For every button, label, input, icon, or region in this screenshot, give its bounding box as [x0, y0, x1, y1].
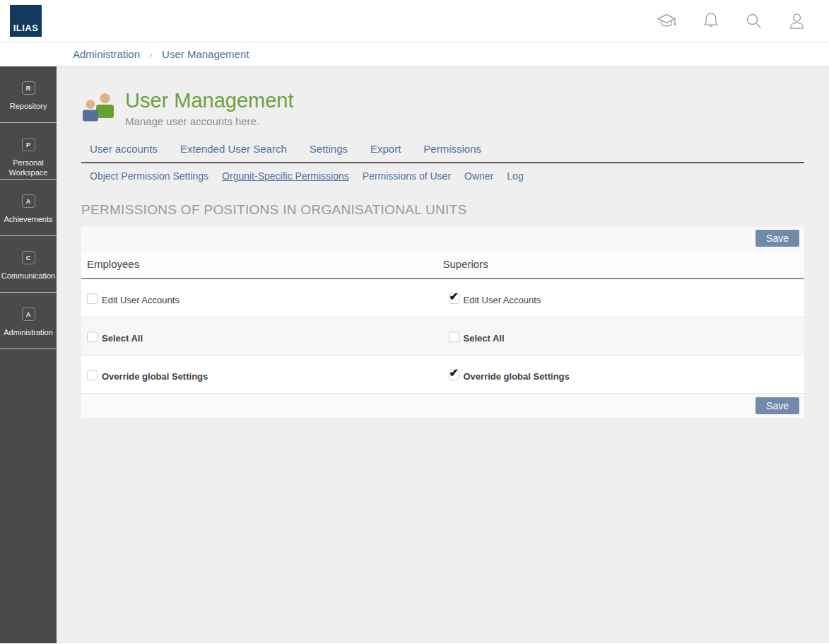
section-title: PERMISSIONS OF POSITIONS IN ORGANISATION… [81, 202, 804, 218]
table-row: Override global Settings Override global… [81, 356, 804, 394]
checkbox-superiors-override-global-settings[interactable] [449, 370, 459, 380]
save-button-top[interactable]: Save [755, 230, 799, 247]
page-title: User Management [125, 89, 294, 112]
subtab-log[interactable]: Log [507, 170, 523, 182]
checkbox-superiors-edit-user-accounts[interactable] [449, 293, 459, 304]
column-header-superiors: Superiors [443, 258, 799, 270]
page-header: User Management Manage user accounts her… [81, 89, 804, 127]
breadcrumb-administration[interactable]: Administration [73, 48, 140, 60]
tab-bar: User accounts Extended User Search Setti… [81, 143, 804, 163]
checkbox-employees-override-global-settings[interactable] [87, 370, 98, 380]
sidebar-item-administration[interactable]: A Administration [0, 293, 57, 349]
administration-icon: A [22, 308, 35, 321]
breadcrumb: Administration › User Management [0, 42, 829, 66]
tab-settings[interactable]: Settings [310, 143, 348, 155]
sidebar-item-label: Achievements [2, 214, 54, 224]
table-toolbar-bottom: Save [81, 394, 804, 418]
tab-extended-user-search[interactable]: Extended User Search [180, 143, 287, 155]
subtab-object-permission-settings[interactable]: Object Permission Settings [90, 170, 208, 182]
save-button-bottom[interactable]: Save [755, 397, 799, 414]
sidebar-item-achievements[interactable]: A Achievements [0, 180, 57, 236]
checkbox-employees-select-all[interactable] [87, 332, 98, 342]
table-row: Select All Select All [81, 317, 804, 356]
checkbox-employees-edit-user-accounts[interactable] [87, 293, 98, 304]
top-bar: ILIAS [0, 0, 829, 42]
two-users-icon [81, 91, 117, 124]
checkbox-label: Edit User Accounts [102, 295, 180, 305]
sidebar-item-personal-workspace[interactable]: P Personal Workspace [0, 123, 57, 180]
subtab-permissions-of-user[interactable]: Permissions of User [363, 170, 451, 182]
achievements-icon: A [22, 194, 35, 208]
main-content: User Management Manage user accounts her… [57, 66, 829, 643]
subtab-bar: Object Permission Settings Orgunit-Speci… [81, 170, 804, 182]
tab-user-accounts[interactable]: User accounts [90, 143, 158, 155]
ilias-logo[interactable]: ILIAS [10, 5, 42, 37]
tab-export[interactable]: Export [370, 143, 401, 155]
page-subtitle: Manage user accounts here. [125, 115, 294, 127]
checkbox-label: Override global Settings [102, 372, 208, 381]
topbar-icon-group [656, 11, 806, 30]
permissions-table: Save Employees Superiors Edit User Accou… [81, 227, 804, 418]
repository-icon: R [22, 81, 35, 95]
sidebar-item-repository[interactable]: R Repository [0, 66, 57, 123]
chevron-right-icon: › [149, 48, 153, 60]
checkbox-label: Edit User Accounts [464, 295, 541, 305]
sidebar-item-label: Administration [2, 327, 54, 337]
sidebar-item-label: Communication [0, 271, 57, 281]
communication-icon: C [22, 251, 35, 264]
checkbox-label: Select All [102, 334, 143, 343]
checkbox-superiors-select-all[interactable] [449, 332, 459, 342]
tab-permissions[interactable]: Permissions [423, 143, 481, 155]
graduation-cap-icon[interactable] [656, 12, 677, 30]
sidebar-item-label: Personal Workspace [0, 158, 57, 178]
personal-workspace-icon: P [22, 138, 35, 151]
checkbox-label: Override global Settings [464, 372, 570, 381]
sidebar: R Repository P Personal Workspace A Achi… [0, 66, 57, 643]
bell-icon[interactable] [702, 11, 719, 30]
subtab-owner[interactable]: Owner [464, 170, 493, 182]
search-icon[interactable] [745, 12, 763, 30]
user-icon[interactable] [788, 12, 806, 30]
table-header-row: Employees Superiors [81, 250, 804, 279]
breadcrumb-user-management[interactable]: User Management [162, 48, 249, 60]
sidebar-item-communication[interactable]: C Communication [0, 236, 57, 293]
table-toolbar-top: Save [81, 227, 804, 250]
subtab-orgunit-specific-permissions[interactable]: Orgunit-Specific Permissions [222, 170, 349, 182]
sidebar-item-label: Repository [8, 101, 49, 111]
checkbox-label: Select All [464, 334, 505, 343]
column-header-employees: Employees [87, 258, 443, 270]
table-row: Edit User Accounts Edit User Accounts [81, 279, 804, 317]
